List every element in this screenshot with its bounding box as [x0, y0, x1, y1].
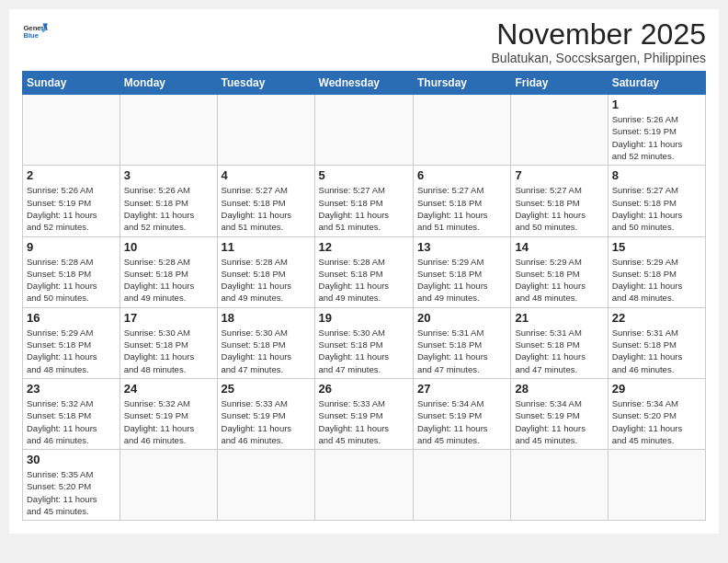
day-number: 8	[612, 168, 701, 182]
day-number: 10	[124, 240, 213, 254]
calendar-cell: 24Sunrise: 5:32 AMSunset: 5:19 PMDayligh…	[119, 378, 217, 449]
svg-text:Blue: Blue	[23, 31, 39, 40]
day-number: 21	[515, 311, 603, 325]
generalblue-icon: General Blue	[22, 18, 48, 44]
calendar-cell: 27Sunrise: 5:34 AMSunset: 5:19 PMDayligh…	[413, 378, 510, 449]
week-row-5: 23Sunrise: 5:32 AMSunset: 5:18 PMDayligh…	[23, 378, 706, 449]
calendar-cell: 4Sunrise: 5:27 AMSunset: 5:18 PMDaylight…	[217, 166, 314, 236]
calendar-cell	[511, 95, 608, 166]
day-info: Sunrise: 5:27 AMSunset: 5:18 PMDaylight:…	[417, 184, 506, 233]
title-block: November 2025 Bulatukan, Soccsksargen, P…	[492, 18, 706, 65]
day-info: Sunrise: 5:30 AMSunset: 5:18 PMDaylight:…	[222, 327, 311, 375]
day-info: Sunrise: 5:30 AMSunset: 5:18 PMDaylight:…	[319, 327, 409, 375]
day-number: 29	[612, 382, 701, 396]
day-info: Sunrise: 5:34 AMSunset: 5:19 PMDaylight:…	[515, 397, 603, 446]
day-info: Sunrise: 5:32 AMSunset: 5:18 PMDaylight:…	[27, 397, 116, 446]
day-info: Sunrise: 5:26 AMSunset: 5:18 PMDaylight:…	[124, 184, 213, 233]
calendar-cell: 5Sunrise: 5:27 AMSunset: 5:18 PMDaylight…	[314, 166, 413, 236]
calendar-cell: 25Sunrise: 5:33 AMSunset: 5:19 PMDayligh…	[217, 378, 314, 449]
calendar-cell: 14Sunrise: 5:29 AMSunset: 5:18 PMDayligh…	[511, 236, 608, 307]
calendar-cell: 9Sunrise: 5:28 AMSunset: 5:18 PMDaylight…	[23, 236, 120, 307]
day-info: Sunrise: 5:26 AMSunset: 5:19 PMDaylight:…	[612, 113, 701, 162]
day-info: Sunrise: 5:31 AMSunset: 5:18 PMDaylight:…	[515, 327, 603, 375]
calendar-cell: 2Sunrise: 5:26 AMSunset: 5:19 PMDaylight…	[23, 166, 120, 236]
weekday-header-row: SundayMondayTuesdayWednesdayThursdayFrid…	[23, 72, 706, 95]
week-row-6: 30Sunrise: 5:35 AMSunset: 5:20 PMDayligh…	[23, 450, 706, 521]
day-info: Sunrise: 5:33 AMSunset: 5:19 PMDaylight:…	[319, 397, 409, 446]
calendar-cell: 28Sunrise: 5:34 AMSunset: 5:19 PMDayligh…	[511, 378, 608, 449]
calendar-cell: 13Sunrise: 5:29 AMSunset: 5:18 PMDayligh…	[413, 236, 510, 307]
day-info: Sunrise: 5:32 AMSunset: 5:19 PMDaylight:…	[124, 397, 213, 446]
day-number: 5	[319, 168, 409, 182]
day-info: Sunrise: 5:27 AMSunset: 5:18 PMDaylight:…	[319, 184, 409, 233]
header: General Blue November 2025 Bulatukan, So…	[22, 18, 706, 65]
calendar-cell	[608, 450, 705, 521]
weekday-header-monday: Monday	[119, 72, 217, 95]
calendar-cell	[413, 95, 510, 166]
day-number: 12	[319, 240, 409, 254]
day-number: 28	[515, 382, 603, 396]
day-number: 6	[417, 168, 506, 182]
calendar-cell: 21Sunrise: 5:31 AMSunset: 5:18 PMDayligh…	[511, 307, 608, 378]
day-number: 1	[612, 98, 701, 111]
calendar-cell	[314, 95, 413, 166]
day-info: Sunrise: 5:29 AMSunset: 5:18 PMDaylight:…	[417, 256, 506, 304]
day-number: 11	[222, 240, 311, 254]
day-number: 30	[27, 453, 116, 466]
week-row-2: 2Sunrise: 5:26 AMSunset: 5:19 PMDaylight…	[23, 166, 706, 236]
day-number: 4	[222, 168, 311, 182]
calendar-cell: 18Sunrise: 5:30 AMSunset: 5:18 PMDayligh…	[217, 307, 314, 378]
calendar-cell	[119, 450, 217, 521]
day-number: 27	[417, 382, 506, 396]
calendar-cell: 3Sunrise: 5:26 AMSunset: 5:18 PMDaylight…	[119, 166, 217, 236]
day-info: Sunrise: 5:26 AMSunset: 5:19 PMDaylight:…	[27, 184, 116, 233]
calendar-cell	[413, 450, 510, 521]
calendar-cell	[23, 95, 120, 166]
day-number: 23	[27, 382, 116, 396]
calendar-cell: 16Sunrise: 5:29 AMSunset: 5:18 PMDayligh…	[23, 307, 120, 378]
calendar-cell: 1Sunrise: 5:26 AMSunset: 5:19 PMDaylight…	[608, 95, 705, 166]
day-number: 13	[417, 240, 506, 254]
calendar-cell: 17Sunrise: 5:30 AMSunset: 5:18 PMDayligh…	[119, 307, 217, 378]
day-number: 9	[27, 240, 116, 254]
day-number: 3	[124, 168, 213, 182]
location: Bulatukan, Soccsksargen, Philippines	[492, 51, 706, 65]
day-info: Sunrise: 5:33 AMSunset: 5:19 PMDaylight:…	[222, 397, 311, 446]
logo: General Blue	[22, 18, 48, 44]
day-info: Sunrise: 5:31 AMSunset: 5:18 PMDaylight:…	[612, 327, 701, 375]
calendar-table: SundayMondayTuesdayWednesdayThursdayFrid…	[22, 71, 706, 521]
day-info: Sunrise: 5:29 AMSunset: 5:18 PMDaylight:…	[515, 256, 603, 304]
day-number: 15	[612, 240, 701, 254]
day-info: Sunrise: 5:31 AMSunset: 5:18 PMDaylight:…	[417, 327, 506, 375]
calendar-cell	[119, 95, 217, 166]
weekday-header-friday: Friday	[511, 72, 608, 95]
day-info: Sunrise: 5:30 AMSunset: 5:18 PMDaylight:…	[124, 327, 213, 375]
day-info: Sunrise: 5:28 AMSunset: 5:18 PMDaylight:…	[124, 256, 213, 304]
month-title: November 2025	[492, 18, 706, 51]
calendar-cell	[217, 450, 314, 521]
calendar-cell: 20Sunrise: 5:31 AMSunset: 5:18 PMDayligh…	[413, 307, 510, 378]
calendar-cell: 29Sunrise: 5:34 AMSunset: 5:20 PMDayligh…	[608, 378, 705, 449]
day-number: 24	[124, 382, 213, 396]
week-row-1: 1Sunrise: 5:26 AMSunset: 5:19 PMDaylight…	[23, 95, 706, 166]
calendar-cell: 19Sunrise: 5:30 AMSunset: 5:18 PMDayligh…	[314, 307, 413, 378]
weekday-header-thursday: Thursday	[413, 72, 510, 95]
calendar-cell	[217, 95, 314, 166]
day-number: 16	[27, 311, 116, 325]
day-info: Sunrise: 5:28 AMSunset: 5:18 PMDaylight:…	[27, 256, 116, 304]
day-info: Sunrise: 5:29 AMSunset: 5:18 PMDaylight:…	[27, 327, 116, 375]
day-number: 25	[222, 382, 311, 396]
week-row-3: 9Sunrise: 5:28 AMSunset: 5:18 PMDaylight…	[23, 236, 706, 307]
day-number: 26	[319, 382, 409, 396]
calendar-cell: 11Sunrise: 5:28 AMSunset: 5:18 PMDayligh…	[217, 236, 314, 307]
day-info: Sunrise: 5:27 AMSunset: 5:18 PMDaylight:…	[515, 184, 603, 233]
calendar-cell: 23Sunrise: 5:32 AMSunset: 5:18 PMDayligh…	[23, 378, 120, 449]
day-number: 19	[319, 311, 409, 325]
calendar-cell: 30Sunrise: 5:35 AMSunset: 5:20 PMDayligh…	[23, 450, 120, 521]
weekday-header-sunday: Sunday	[23, 72, 120, 95]
day-number: 22	[612, 311, 701, 325]
day-number: 20	[417, 311, 506, 325]
weekday-header-tuesday: Tuesday	[217, 72, 314, 95]
calendar-cell: 8Sunrise: 5:27 AMSunset: 5:18 PMDaylight…	[608, 166, 705, 236]
day-number: 7	[515, 168, 603, 182]
